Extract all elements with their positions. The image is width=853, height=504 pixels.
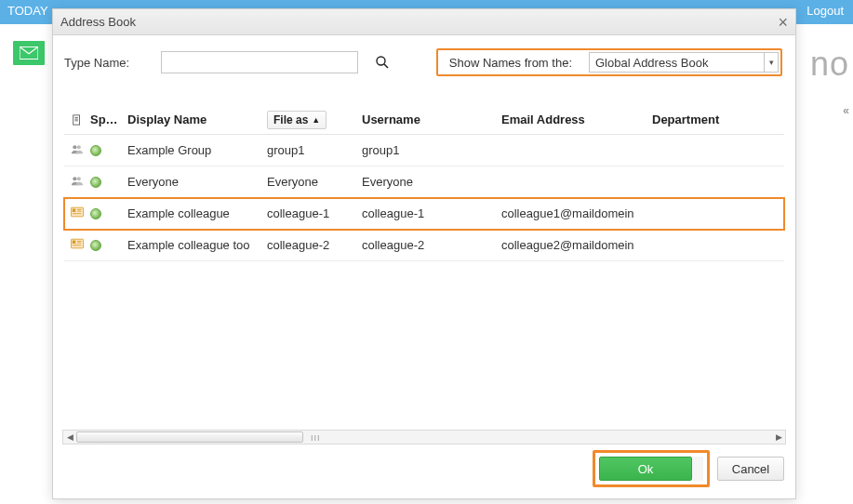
svg-point-10 <box>77 177 81 180</box>
row-type-cell <box>64 143 90 157</box>
horizontal-scrollbar[interactable]: ◀ III ▶ <box>62 430 786 444</box>
table-row[interactable]: EveryoneEveryoneEveryone <box>64 166 784 198</box>
table-row[interactable]: Example colleague toocolleague-2colleagu… <box>64 230 784 261</box>
row-email: colleague1@maildomein <box>501 206 652 220</box>
group-icon <box>71 143 84 157</box>
row-file-as: group1 <box>267 143 362 157</box>
cancel-button-label: Cancel <box>732 462 769 476</box>
header-email[interactable]: Email Address <box>501 113 652 126</box>
header-type-icon[interactable] <box>64 114 90 126</box>
row-display-name: Everyone <box>127 175 267 189</box>
search-row: Type Name: Show Names from the: Global A… <box>53 35 795 90</box>
row-username: colleague-1 <box>362 206 501 220</box>
header-speed[interactable]: Sp… <box>90 113 127 126</box>
presence-dot-icon <box>90 240 101 251</box>
contact-card-icon <box>71 238 84 252</box>
address-list-select[interactable]: Global Address Book <box>589 52 764 73</box>
address-list-value: Global Address Book <box>595 56 708 70</box>
scroll-thumb[interactable] <box>76 431 303 443</box>
svg-rect-3 <box>73 114 80 124</box>
svg-line-2 <box>384 64 388 68</box>
chevron-down-icon[interactable]: ▾ <box>764 52 779 73</box>
scroll-grip-icon: III <box>311 433 321 443</box>
rows-container: Example Groupgroup1group1EveryoneEveryon… <box>64 135 784 261</box>
row-file-as: colleague-1 <box>267 206 362 220</box>
row-presence-cell <box>90 240 127 251</box>
ok-button-label: Ok <box>638 462 654 476</box>
mail-icon <box>20 46 38 60</box>
row-display-name: Example Group <box>127 143 267 157</box>
row-username: colleague-2 <box>362 238 501 252</box>
column-headers: Sp… Display Name File as ▲ Username Emai… <box>64 105 784 135</box>
compose-mail-button[interactable] <box>13 41 45 65</box>
header-username[interactable]: Username <box>362 113 501 126</box>
row-type-cell <box>64 175 90 189</box>
row-username: Everyone <box>362 175 501 189</box>
cancel-button[interactable]: Cancel <box>717 457 784 481</box>
address-book-dialog: Address Book × Type Name: Show Names fro… <box>52 8 796 499</box>
group-icon <box>71 175 84 189</box>
presence-dot-icon <box>90 208 101 219</box>
ok-spacer <box>692 457 703 481</box>
svg-rect-12 <box>73 209 76 213</box>
row-username: group1 <box>362 143 501 157</box>
contact-card-icon <box>71 206 84 220</box>
row-type-cell <box>64 206 90 220</box>
dialog-titlebar: Address Book × <box>53 9 795 35</box>
header-file-as-label: File as <box>273 113 308 126</box>
row-presence-cell <box>90 208 127 219</box>
ok-highlight-frame: Ok <box>593 450 710 487</box>
search-icon[interactable] <box>375 55 390 70</box>
header-file-as[interactable]: File as ▲ <box>267 111 362 129</box>
scroll-right-icon[interactable]: ▶ <box>772 431 785 444</box>
svg-rect-17 <box>73 241 76 245</box>
show-names-label: Show Names from the: <box>449 56 572 70</box>
type-name-label: Type Name: <box>64 56 153 70</box>
svg-point-7 <box>73 145 76 149</box>
sort-asc-icon: ▲ <box>312 115 320 125</box>
row-display-name: Example colleague too <box>127 238 267 252</box>
logout-link[interactable]: Logout <box>806 4 844 18</box>
table-row[interactable]: Example Groupgroup1group1 <box>64 135 784 166</box>
table-row[interactable]: Example colleaguecolleague-1colleague-1c… <box>64 198 784 230</box>
svg-point-1 <box>377 57 385 65</box>
type-name-input[interactable] <box>161 51 358 73</box>
show-names-group: Show Names from the: Global Address Book… <box>436 48 782 76</box>
row-file-as: colleague-2 <box>267 238 362 252</box>
row-email: colleague2@maildomein <box>501 238 652 252</box>
collapse-panel-icon[interactable]: « <box>843 104 849 117</box>
svg-point-9 <box>73 177 76 180</box>
scroll-left-icon[interactable]: ◀ <box>63 431 76 444</box>
header-department[interactable]: Department <box>652 113 764 126</box>
row-type-cell <box>64 238 90 252</box>
brand-fragment: no <box>810 45 849 84</box>
dialog-footer: Ok Cancel <box>593 450 784 487</box>
row-presence-cell <box>90 145 127 156</box>
presence-dot-icon <box>90 145 101 156</box>
row-presence-cell <box>90 177 127 188</box>
dialog-title: Address Book <box>60 15 136 29</box>
ok-button[interactable]: Ok <box>599 457 692 481</box>
row-display-name: Example colleague <box>127 206 267 220</box>
header-display-name[interactable]: Display Name <box>127 113 267 126</box>
svg-point-8 <box>77 145 81 149</box>
presence-dot-icon <box>90 177 101 188</box>
close-icon[interactable]: × <box>778 14 788 31</box>
row-file-as: Everyone <box>267 175 362 189</box>
today-label: TODAY <box>7 4 48 18</box>
